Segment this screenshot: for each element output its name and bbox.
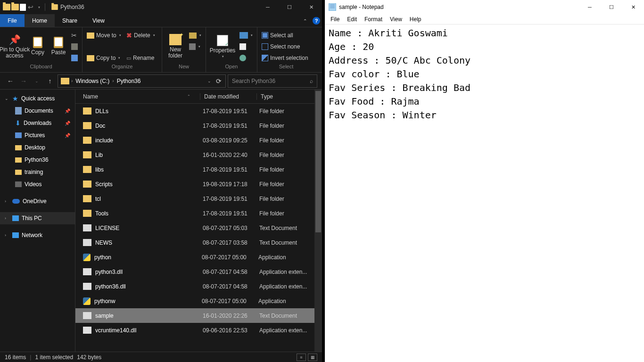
collapse-ribbon-icon[interactable]: ⌃ [303,18,307,24]
file-row[interactable]: Scripts19-08-2019 17:18File folder [75,177,322,191]
rename-button[interactable]: ▭Rename [125,53,159,63]
breadcrumb-current[interactable]: Python36 [114,78,144,84]
address-bar[interactable]: › Windows (C:) › Python36 ⌄ ⟳ [58,74,226,88]
file-row[interactable]: NEWS08-07-2017 03:58Text Document [75,235,322,250]
invert-selection-button[interactable]: Invert selection [260,53,312,63]
breadcrumb-root[interactable]: Windows (C:) [73,78,112,84]
copy-button[interactable]: Copy [28,30,47,63]
details-view-button[interactable]: ≡ [297,354,306,361]
sidebar-downloads[interactable]: ⬇Downloads📌 [0,117,75,129]
file-row[interactable]: include03-08-2019 09:25File folder [75,133,322,148]
easy-access-button[interactable]: ▾ [188,42,203,51]
nav-toolbar: ← → ⌄ ↑ › Windows (C:) › Python36 ⌄ ⟳ Se… [0,73,322,90]
refresh-icon[interactable]: ⟳ [216,77,222,85]
minimize-button[interactable]: ─ [257,0,279,14]
properties-button[interactable]: Properties▾ [209,30,236,63]
tab-home[interactable]: Home [25,14,55,27]
close-button[interactable]: ✕ [300,0,322,14]
sidebar-documents[interactable]: Documents📌 [0,105,75,117]
menu-help[interactable]: Help [406,16,425,23]
delete-button[interactable]: ✖Delete▾ [125,31,159,40]
qat-dropdown-icon[interactable]: ▾ [35,5,43,9]
file-row[interactable]: libs17-08-2019 19:51File folder [75,162,322,177]
file-row[interactable]: DLLs17-08-2019 19:51File folder [75,104,322,118]
up-button[interactable]: ↑ [44,75,56,87]
menu-format[interactable]: Format [361,16,386,23]
history-button[interactable] [238,53,254,63]
sidebar-training[interactable]: training [0,166,75,178]
sidebar-thispc[interactable]: ›This PC [0,212,75,224]
text-area[interactable]: Name : Akriti Goswami Age : 20 Address :… [325,25,644,362]
menu-view[interactable]: View [386,16,406,23]
minimize-button[interactable]: ─ [579,0,601,14]
file-row[interactable]: vcruntime140.dll09-06-2016 22:53Applicat… [75,323,322,337]
ribbon-new-group: New folder ▾ ▾ New [162,27,206,72]
file-date: 16-01-2020 22:40 [203,152,259,158]
file-row[interactable]: python36.dll08-07-2017 04:58Application … [75,279,322,294]
scrollbar-thumb[interactable] [315,91,321,232]
recent-dropdown[interactable]: ⌄ [31,75,42,87]
copy-path-button[interactable] [70,42,79,51]
menu-file[interactable]: File [327,16,343,23]
undo-icon[interactable]: ↩ [27,3,34,11]
group-label: Clipboard [3,64,79,71]
vertical-scrollbar[interactable] [314,90,322,352]
file-row[interactable]: pythonw08-07-2017 05:00Application [75,294,322,308]
qat-doc-icon[interactable] [20,4,26,11]
forward-button[interactable]: → [18,75,29,87]
file-row[interactable]: python3.dll08-07-2017 04:58Application e… [75,264,322,279]
pin-icon: 📌 [65,133,70,138]
edit-button[interactable] [238,42,254,51]
file-row[interactable]: Tools17-08-2019 19:51File folder [75,206,322,221]
file-row[interactable]: python08-07-2017 05:00Application [75,250,322,264]
qat-folder-icon[interactable] [3,4,10,10]
paste-shortcut-button[interactable] [70,53,79,63]
sidebar-videos[interactable]: Videos [0,178,75,190]
new-item-button[interactable]: ▾ [188,31,203,40]
search-input[interactable]: Search Python36 ⌕ [228,74,317,88]
titlebar[interactable]: ↩ ▾ Python36 ─ ☐ ✕ [0,0,322,14]
file-row[interactable]: Lib16-01-2020 22:40File folder [75,148,322,162]
moveto-button[interactable]: Move to▾ [85,31,123,40]
cut-button[interactable]: ✂ [70,31,79,40]
file-menu[interactable]: File [0,14,25,27]
pin-icon: 📌 [8,33,21,46]
sidebar-pictures[interactable]: Pictures📌 [0,129,75,141]
maximize-button[interactable]: ☐ [279,0,300,14]
tab-view[interactable]: View [85,14,112,27]
sidebar-desktop[interactable]: Desktop [0,141,75,154]
select-none-button[interactable]: Select none [260,42,312,51]
paste-button[interactable]: Paste [49,30,68,63]
sidebar-onedrive[interactable]: ›OneDrive [0,195,75,207]
open-button[interactable]: ▾ [238,31,254,40]
file-row[interactable]: sample16-01-2020 22:26Text Document [75,308,322,323]
address-dropdown-icon[interactable]: ⌄ [207,79,211,83]
close-button[interactable]: ✕ [622,0,644,14]
copyto-button[interactable]: Copy to▾ [85,53,123,63]
column-type[interactable]: Type [256,93,313,100]
select-all-button[interactable]: Select all [260,31,312,40]
python-icon [83,254,91,261]
menu-edit[interactable]: Edit [343,16,361,23]
help-icon[interactable]: ? [313,17,320,25]
tab-share[interactable]: Share [55,14,85,27]
file-row[interactable]: Doc17-08-2019 19:51File folder [75,118,322,133]
file-row[interactable]: tcl17-08-2019 19:51File folder [75,191,322,206]
sidebar-quick-access[interactable]: ⌄★Quick access [0,92,75,105]
column-name[interactable]: Name⌃ [83,93,200,100]
ribbon: 📌 Pin to Quick access Copy Paste ✂ Clip [0,27,322,73]
moveto-icon [87,33,94,39]
sidebar-network[interactable]: ›Network [0,229,75,241]
qat-folder-icon[interactable] [11,4,19,10]
column-date[interactable]: Date modified [200,93,256,100]
icons-view-button[interactable]: ▦ [308,354,317,361]
maximize-button[interactable]: ☐ [601,0,622,14]
pin-quick-access-button[interactable]: 📌 Pin to Quick access [3,30,26,63]
titlebar[interactable]: sample - Notepad ─ ☐ ✕ [325,0,644,14]
new-folder-button[interactable]: New folder [165,30,186,63]
sidebar-python36[interactable]: Python36 [0,154,75,166]
pc-icon [12,215,19,221]
file-date: 17-08-2019 19:51 [203,123,259,129]
file-row[interactable]: LICENSE08-07-2017 05:03Text Document [75,221,322,235]
back-button[interactable]: ← [5,75,16,87]
